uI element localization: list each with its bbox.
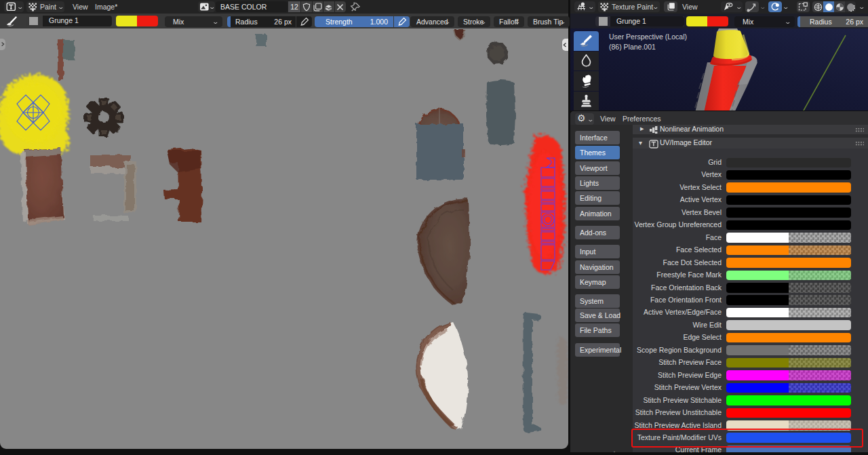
svg-text:User Perspective (Local): User Perspective (Local) [609, 33, 687, 41]
svg-text:(86) Plane.001: (86) Plane.001 [609, 43, 656, 51]
